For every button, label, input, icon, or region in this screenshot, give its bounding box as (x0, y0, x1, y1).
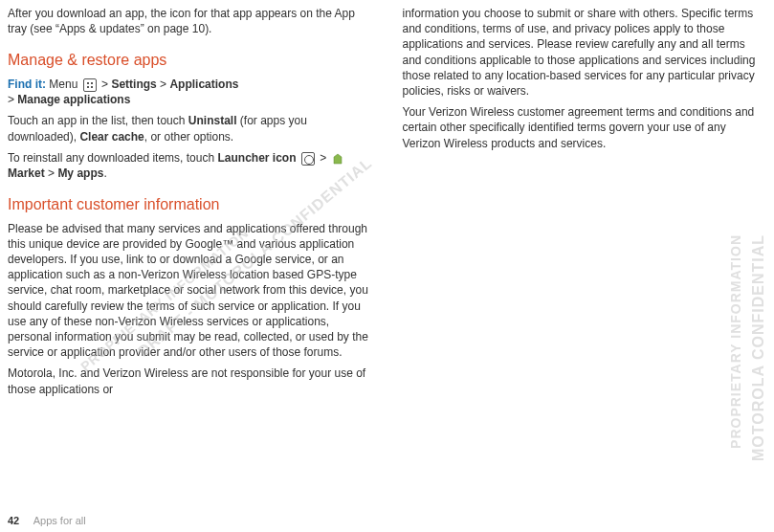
reinstall-pre: To reinstall any downloaded items, touch (8, 151, 217, 165)
menu-icon (83, 78, 97, 92)
find-it-label: Find it: (8, 78, 46, 91)
gt3: > (8, 93, 17, 106)
settings-label: Settings (111, 78, 156, 91)
market-icon (332, 153, 343, 165)
touch-pre: Touch an app in the list, then touch (8, 114, 188, 127)
find-it-line: Find it: Menu > Settings > Applications … (8, 77, 372, 107)
manage-applications-label: Manage applications (17, 93, 130, 106)
page-number: 42 (8, 515, 19, 526)
launcher-icon (301, 152, 315, 166)
left-column: After you download an app, the icon for … (8, 0, 372, 403)
advice-text: Please be advised that many services and… (8, 221, 372, 361)
gt4: > (320, 151, 329, 165)
my-apps-label: My apps (57, 166, 103, 180)
reinstall-text: To reinstall any downloaded items, touch… (8, 150, 372, 181)
applications-label: Applications (169, 78, 238, 91)
period: . (103, 166, 106, 180)
menu-word: Menu (49, 78, 77, 91)
gt2: > (160, 78, 169, 91)
launcher-icon-label: Launcher icon (217, 151, 296, 165)
footer-section: Apps for all (33, 515, 86, 526)
uninstall-label: Uninstall (188, 114, 237, 127)
market-label: Market (8, 166, 45, 180)
intro-text: After you download an app, the icon for … (8, 6, 372, 36)
moto-text: Motorola, Inc. and Verizon Wireless are … (8, 366, 372, 396)
right-p1: information you choose to submit or shar… (403, 6, 767, 99)
important-heading: Important customer information (8, 194, 372, 215)
clear-cache-label: Clear cache (79, 130, 144, 144)
gt1: > (101, 78, 111, 91)
touch-post: , or other options. (144, 130, 233, 144)
right-p2: Your Verizon Wireless customer agreement… (403, 104, 767, 151)
right-column: information you choose to submit or shar… (403, 0, 767, 403)
touch-app-text: Touch an app in the list, then touch Uni… (8, 113, 372, 144)
manage-heading: Manage & restore apps (8, 50, 372, 71)
footer: 42 Apps for all (8, 515, 86, 526)
gt5: > (48, 166, 57, 180)
